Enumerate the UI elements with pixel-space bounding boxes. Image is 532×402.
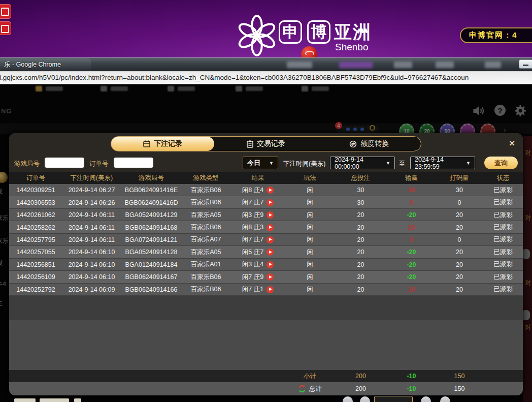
result-text: 闲7 庄1 — [242, 285, 263, 294]
floating-service-icon[interactable] — [0, 21, 11, 35]
pagination-page-box[interactable] — [374, 396, 413, 402]
play-replay-icon[interactable] — [267, 187, 274, 194]
cell-order-number: 14420261062 — [9, 211, 62, 219]
cell-result: 闲7 庄9 — [230, 273, 286, 282]
modal-header: 下注记录 交易记录 — [9, 133, 523, 172]
from-datetime-select[interactable]: 2024-9-14 00:00:00 ▼ — [330, 157, 395, 169]
cell-total-bet: 20 — [334, 249, 387, 256]
cell-game-round: BGB0624091416D — [121, 199, 182, 206]
cell-turnover: 20 — [436, 286, 483, 293]
cell-bet-time: 2024-9-14 06:10 — [62, 261, 121, 268]
cell-win-loss: 20 — [387, 286, 436, 293]
to-datetime-select[interactable]: 2024-9-14 23:59:59 ▼ — [410, 157, 475, 169]
cell-turnover: 0 — [436, 199, 483, 206]
floating-service-icon[interactable] — [0, 4, 11, 19]
play-replay-icon[interactable] — [267, 224, 274, 231]
cell-game-round: BGA05240914128 — [121, 249, 182, 256]
cell-game-round: BGB06240914166 — [121, 286, 182, 293]
cell-play-type: 闲 — [286, 211, 334, 220]
logo-char-shen: 申 — [279, 20, 302, 44]
subtotal-total: 200 — [334, 373, 387, 380]
cell-game-round: BGA05240914129 — [121, 211, 182, 219]
subtotal-win: -10 — [387, 373, 436, 380]
cell-win-loss: -20 — [387, 273, 436, 281]
cell-status: 已派彩 — [483, 260, 523, 269]
coin-swap-icon — [349, 140, 357, 148]
cell-order-number: 14420306553 — [9, 199, 62, 206]
tab-bet-records[interactable]: 下注记录 — [111, 137, 214, 151]
tab-label: 额度转换 — [360, 139, 389, 148]
table-body: 14420309251 2024-9-14 06:27 BGB062409141… — [9, 184, 523, 296]
play-replay-icon[interactable] — [267, 236, 274, 243]
search-button[interactable]: 查询 — [484, 157, 518, 169]
cell-game-type: 百家乐A05 — [182, 248, 230, 257]
cell-bet-time: 2024-9-14 06:27 — [62, 187, 121, 194]
column-header: 总投注 — [334, 174, 387, 182]
table-row: 14420261062 2024-9-14 06:11 BGA052409141… — [9, 209, 523, 221]
cell-result: 闲7 庄1 — [230, 285, 286, 294]
table-row: 14420258262 2024-9-14 06:11 BGB062409141… — [9, 221, 523, 233]
official-site-button[interactable]: 申博官网：4 — [460, 27, 532, 43]
cell-win-loss: -20 — [387, 249, 436, 256]
order-input[interactable] — [114, 158, 153, 168]
to-label: 至 — [399, 160, 406, 168]
play-replay-icon[interactable] — [267, 199, 274, 206]
chevron-down-icon: ▼ — [269, 161, 274, 166]
cell-total-bet: 20 — [334, 236, 387, 243]
cell-order-number: 14420256109 — [9, 273, 62, 281]
play-replay-icon[interactable] — [267, 273, 274, 281]
result-text: 闲8 庄4 — [242, 186, 263, 195]
close-icon[interactable]: × — [509, 138, 515, 149]
chrome-title-bar: 乐 - Google Chrome — [0, 57, 532, 71]
cell-turnover: 20 — [436, 273, 483, 281]
cell-status: 已派彩 — [483, 186, 523, 195]
currency-swap-icon[interactable] — [298, 385, 306, 393]
cell-order-number: 14420256851 — [9, 261, 62, 268]
bottom-text-partial — [14, 398, 36, 402]
address-bar[interactable]: li.gqjcxs.com/h5V01/pc/index.html?return… — [0, 71, 532, 84]
cell-play-type: 闲 — [286, 273, 334, 282]
cell-win-loss: 0 — [387, 199, 436, 206]
cell-bet-time: 2024-9-14 06:11 — [62, 236, 121, 243]
cell-status: 已派彩 — [483, 273, 523, 282]
play-replay-icon[interactable] — [267, 286, 274, 293]
cell-play-type: 闲 — [286, 235, 334, 244]
table-header-row: 订单号 下注时间(美东) 游戏局号 游戏类型 结果 玩法 总投注 输赢 打码量 … — [9, 172, 523, 184]
cell-win-loss: 30 — [387, 187, 436, 194]
cell-game-round: BGA01240914184 — [121, 261, 182, 268]
grand-total-row: 总计 200 -10 150 — [9, 382, 523, 395]
blurred-nav-item — [394, 61, 412, 68]
cell-game-round: BGB0624091416E — [121, 187, 182, 194]
minimize-button[interactable] — [519, 59, 532, 69]
from-value: 2024-9-14 00:00:00 — [335, 156, 386, 170]
result-text: 闲3 庄4 — [242, 260, 263, 269]
cell-turnover: 20 — [436, 224, 483, 231]
table-row: 14420252792 2024-9-14 06:09 BGB062409141… — [9, 284, 523, 296]
logo-en-text: Shenbo — [335, 42, 369, 53]
clipboard-icon — [247, 140, 253, 148]
subtotal-label: 小计 — [286, 372, 334, 381]
play-replay-icon[interactable] — [267, 211, 274, 219]
tab-transaction-records[interactable]: 交易记录 — [214, 137, 317, 151]
play-replay-icon[interactable] — [267, 249, 274, 256]
cell-game-round: BGB06240914167 — [121, 273, 182, 281]
cell-total-bet: 20 — [334, 261, 387, 268]
table-empty-area — [9, 320, 523, 370]
cell-status: 已派彩 — [483, 211, 523, 220]
play-replay-icon[interactable] — [267, 261, 274, 268]
column-header: 游戏类型 — [182, 174, 230, 182]
result-text: 闲7 庄7 — [242, 235, 263, 244]
cell-order-number: 14420257795 — [9, 236, 62, 243]
cell-turnover: 0 — [436, 236, 483, 243]
cell-status: 已派彩 — [483, 223, 523, 232]
subtotal-row: 小计 200 -10 150 — [9, 370, 523, 382]
cell-game-type: 百家乐B06 — [182, 285, 230, 294]
table-row: 14420256109 2024-9-14 06:10 BGB062409141… — [9, 271, 523, 283]
cell-result: 闲3 庄4 — [230, 260, 286, 269]
round-input[interactable] — [45, 158, 84, 168]
cell-game-type: 百家乐B06 — [182, 186, 230, 195]
tab-quota-conversion[interactable]: 额度转换 — [318, 137, 421, 151]
result-text: 闲5 庄7 — [242, 248, 263, 257]
filter-bar: 游戏局号 订单号 今日 ▼ 下注时间(美东) 2024-9-14 00:00:0… — [9, 156, 523, 171]
date-range-select[interactable]: 今日 ▼ — [243, 157, 278, 169]
